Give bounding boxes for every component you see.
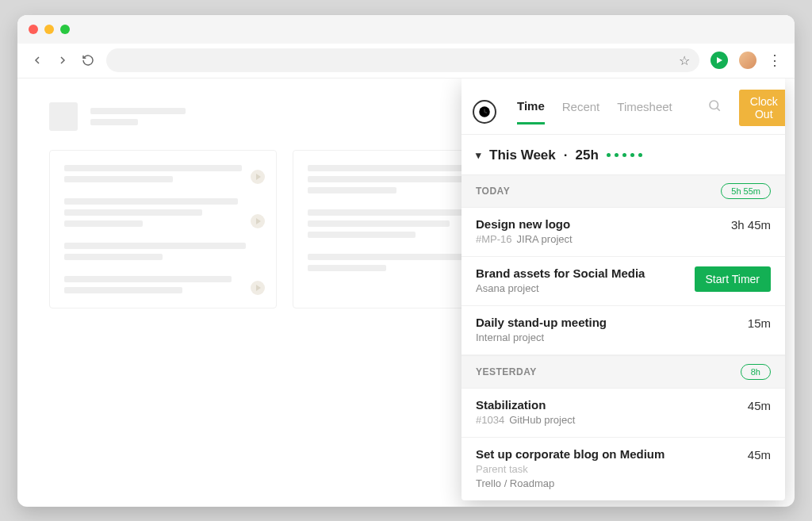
entry-body: Daily stand-up meetingInternal project [476,316,607,343]
svg-marker-0 [717,57,722,63]
entry-tag: #MP-16 [476,233,512,245]
address-bar[interactable]: ☆ [106,48,699,72]
page-content: Time Recent Timesheet Clock Out ▾ This W… [17,79,795,507]
entry-duration: 45m [748,398,771,412]
day-label: TODAY [476,186,510,197]
entry-project: Trello / Roadmap [476,477,665,489]
browser-toolbar: ☆ ⋮ [17,44,795,79]
entry-project: #1034GitHub project [476,414,575,426]
entry-title: Stabilization [476,398,575,412]
entry-title: Daily stand-up meeting [476,316,607,329]
entry-body: Design new logo#MP-16JIRA project [476,217,573,245]
window-titlebar [17,15,795,44]
week-label: This Week [489,147,556,163]
back-button[interactable] [30,53,44,67]
entry-parent: Parent task [476,463,665,475]
entries-sections: TODAY5h 55mDesign new logo#MP-16JIRA pro… [462,174,785,500]
entry-title: Set up corporate blog on Medium [476,447,665,461]
user-avatar[interactable] [739,52,756,69]
time-tracker-panel: Time Recent Timesheet Clock Out ▾ This W… [462,79,785,500]
clock-out-button[interactable]: Clock Out [739,90,785,126]
entry-title: Brand assets for Social Media [476,266,645,280]
entry-body: Stabilization#1034GitHub project [476,398,575,426]
entry-tag: #1034 [476,414,504,426]
tab-recent[interactable]: Recent [562,100,600,123]
browser-window: ☆ ⋮ [17,15,795,507]
entry-project: Internal project [476,331,607,343]
tab-timesheet[interactable]: Timesheet [617,100,672,123]
entry-duration: 3h 45m [731,217,771,232]
extension-play-button[interactable] [710,52,728,69]
chevron-down-icon: ▾ [476,149,481,161]
time-entry[interactable]: Brand assets for Social MediaAsana proje… [462,257,785,306]
entry-body: Set up corporate blog on MediumParent ta… [476,447,665,489]
entry-project: #MP-16JIRA project [476,233,573,245]
day-header: TODAY5h 55m [462,174,785,208]
bookmark-star-icon[interactable]: ☆ [679,53,690,68]
day-header: YESTERDAY8h [462,355,785,389]
time-entry[interactable]: Design new logo#MP-16JIRA project3h 45m [462,208,785,257]
search-icon[interactable] [707,98,722,125]
window-zoom-icon[interactable] [60,25,70,34]
svg-point-2 [710,101,718,109]
entry-duration: 15m [748,316,771,330]
window-minimize-icon[interactable] [44,25,54,34]
time-entry[interactable]: Set up corporate blog on MediumParent ta… [462,438,785,500]
start-timer-button[interactable]: Start Timer [695,266,771,292]
window-close-icon[interactable] [29,25,38,34]
day-label: YESTERDAY [476,366,537,377]
tab-time[interactable]: Time [517,99,545,125]
browser-menu-icon[interactable]: ⋮ [768,52,782,69]
day-total-pill: 5h 55m [721,183,771,199]
panel-tabbar: Time Recent Timesheet Clock Out [462,79,785,135]
reload-button[interactable] [81,53,95,67]
week-progress-dots [607,153,642,157]
entry-body: Brand assets for Social MediaAsana proje… [476,266,645,294]
time-entry[interactable]: Daily stand-up meetingInternal project15… [462,306,785,355]
entry-project: Asana project [476,282,645,294]
week-separator: · [564,147,568,163]
week-total: 25h [576,147,599,163]
day-total-pill: 8h [741,364,771,380]
entry-duration: 45m [748,447,771,462]
entry-title: Design new logo [476,217,573,231]
app-logo-icon [473,100,496,124]
time-entry[interactable]: Stabilization#1034GitHub project45m [462,389,785,438]
week-summary[interactable]: ▾ This Week · 25h [462,135,785,174]
forward-button[interactable] [56,53,70,67]
svg-line-3 [717,108,719,110]
